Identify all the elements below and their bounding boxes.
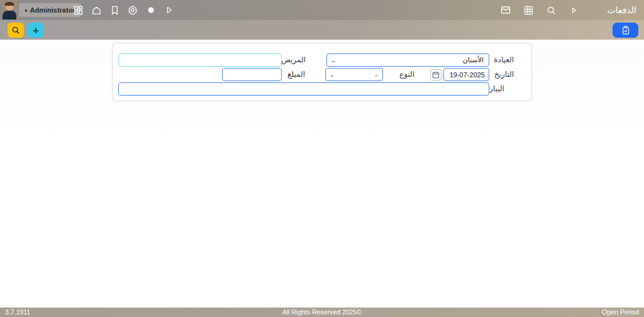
type-label: النوع (399, 68, 414, 81)
plus-icon: + (33, 25, 39, 36)
apps-icon[interactable] (73, 5, 83, 15)
settings-icon[interactable] (128, 5, 138, 15)
payment-form-card: العيادة الأسنان ⌄ المريض التاريخ النوع -… (112, 43, 532, 101)
clinic-select-value: الأسنان (340, 56, 489, 64)
save-button[interactable] (613, 23, 638, 38)
user-avatar[interactable] (1, 1, 18, 19)
user-name: Administrator (30, 6, 75, 14)
mail-icon[interactable] (501, 5, 511, 15)
chevron-down-icon: ▾ (25, 8, 28, 14)
statement-label: البيان (487, 82, 504, 96)
type-select[interactable]: - ⌄ (325, 68, 383, 81)
chevron-down-icon: ⌄ (326, 71, 338, 78)
date-input[interactable] (443, 68, 489, 81)
page-title: الدفعات (608, 0, 636, 20)
date-label: التاريخ (494, 68, 514, 81)
main-content: العيادة الأسنان ⌄ المريض التاريخ النوع -… (0, 40, 644, 308)
topbar-right-icons (501, 0, 579, 20)
search-button[interactable] (8, 23, 24, 38)
search-icon[interactable] (546, 5, 556, 15)
patient-input[interactable] (118, 53, 282, 67)
amount-input[interactable] (222, 68, 282, 81)
chevron-down-icon: ⌄ (327, 57, 340, 64)
status-bar: 3.7.1911 All Rights Reserved 2025© Open … (0, 308, 644, 317)
statement-input[interactable] (118, 82, 489, 96)
clinic-label: العيادة (494, 53, 514, 67)
bookmark-icon[interactable] (109, 5, 119, 15)
topbar-left-icons (73, 0, 174, 20)
add-button[interactable]: + (28, 23, 44, 38)
user-menu-button[interactable]: ▾Administrator (19, 3, 81, 17)
home-icon[interactable] (91, 5, 101, 15)
title-bar: ▾Administrator (0, 0, 644, 20)
date-picker-button[interactable] (430, 69, 441, 81)
calendar-icon (432, 71, 440, 79)
copyright-label: All Rights Reserved 2025© (0, 308, 644, 316)
period-status-label: Open Period (602, 308, 639, 316)
action-toolbar: + (0, 20, 644, 40)
amount-label: المبلغ (287, 68, 305, 81)
table-icon[interactable] (523, 5, 533, 15)
record-icon[interactable] (146, 5, 156, 15)
search-icon (11, 26, 20, 35)
clipboard-check-icon (621, 26, 630, 35)
clinic-select[interactable]: الأسنان ⌄ (326, 53, 489, 67)
play-small-icon[interactable] (569, 5, 579, 15)
type-select-value: - (338, 71, 382, 79)
play-icon[interactable] (164, 5, 174, 15)
patient-label: المريض (281, 53, 306, 67)
